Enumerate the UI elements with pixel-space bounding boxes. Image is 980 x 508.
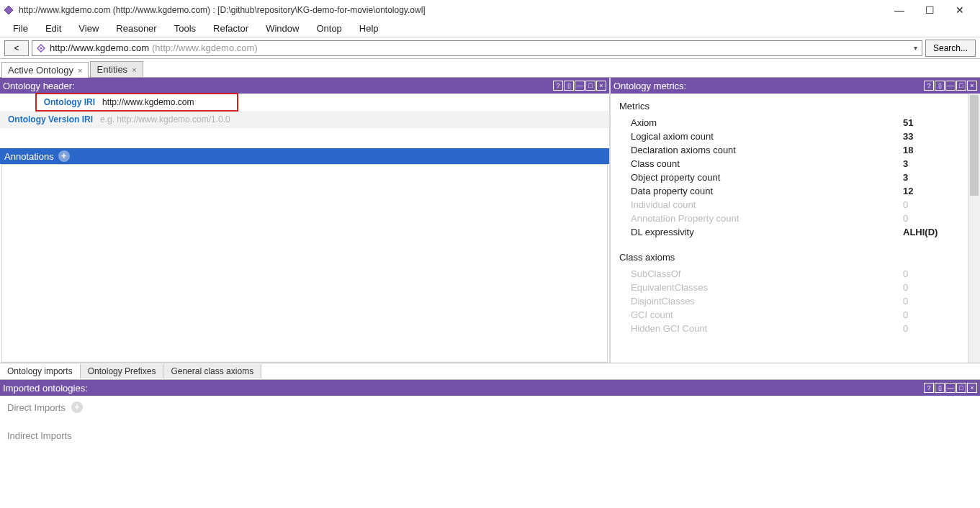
metrics-row: Logical axiom count33 (611, 130, 968, 143)
ontology-metrics-panel-title: Ontology metrics: ? ▯ — □ × (611, 78, 980, 94)
metrics-row: SubClassOf0 (611, 267, 968, 281)
menu-edit[interactable]: Edit (38, 22, 68, 35)
metric-value: 18 (903, 145, 968, 155)
search-button[interactable]: Search... (925, 40, 976, 57)
metric-key: Axiom (631, 117, 903, 128)
panel-min-icon[interactable]: — (945, 383, 956, 393)
iri-main-text: http://www.kgdemo.com (50, 42, 149, 53)
metrics-row: GCI count0 (611, 308, 968, 322)
metric-value: 0 (903, 309, 968, 320)
annotations-area (1, 164, 608, 363)
panel-max-icon[interactable]: □ (956, 383, 966, 393)
panel-min-icon[interactable]: — (945, 81, 956, 91)
metric-value: 0 (903, 296, 968, 307)
panel-close-icon[interactable]: × (967, 81, 977, 91)
menu-view[interactable]: View (71, 22, 106, 35)
close-icon[interactable]: × (78, 66, 82, 75)
metrics-scrollbar[interactable] (968, 94, 980, 363)
tab-active-ontology[interactable]: Active Ontology × (1, 62, 89, 78)
metrics-row: Class count3 (611, 157, 968, 171)
metric-key: Class count (631, 158, 903, 169)
menu-ontop[interactable]: Ontop (309, 22, 349, 35)
indirect-imports-label: Indirect Imports (7, 430, 72, 441)
minimize-button[interactable]: — (891, 4, 908, 16)
direct-imports-label: Direct Imports (7, 402, 66, 413)
metric-value: 0 (903, 213, 968, 224)
metric-key: Declaration axioms count (631, 145, 903, 155)
metrics-list: MetricsAxiom51Logical axiom count33Decla… (611, 94, 968, 363)
window-title: http://www.kgdemo.com (http://www.kgdemo… (19, 5, 891, 15)
menu-file[interactable]: File (6, 22, 35, 35)
back-button[interactable]: < (4, 40, 29, 56)
ontology-version-iri-field[interactable]: e.g. http://www.kgdemo.com/1.0.0 (97, 114, 609, 124)
panel-close-icon[interactable]: × (967, 383, 977, 393)
imported-ontologies-title: Imported ontologies: ? ▯ — □ × (0, 380, 980, 396)
metric-value: 51 (903, 117, 968, 128)
menu-tools[interactable]: Tools (167, 22, 203, 35)
menu-refactor[interactable]: Refactor (206, 22, 256, 35)
add-direct-import-button[interactable]: + (71, 402, 83, 413)
btab-general-class-axioms[interactable]: General class axioms (163, 364, 261, 378)
metric-key: EquivalentClasses (631, 282, 903, 293)
tab-label: Active Ontology (8, 65, 73, 76)
metrics-row: Data property count12 (611, 184, 968, 198)
btab-ontology-prefixes[interactable]: Ontology Prefixes (81, 364, 164, 378)
svg-point-2 (40, 47, 42, 49)
panel-min-icon[interactable]: — (575, 81, 585, 91)
title-bar: http://www.kgdemo.com (http://www.kgdemo… (0, 0, 980, 20)
metric-value: 12 (903, 186, 968, 196)
main-area: Ontology header: ? ▯ — □ × Ontology IRI … (0, 78, 980, 363)
metric-key: Annotation Property count (631, 213, 903, 224)
indirect-imports-group: Indirect Imports (7, 430, 973, 441)
metrics-row: DL expressivityALHI(D) (611, 225, 968, 239)
tab-strip: Active Ontology × Entities × (0, 59, 980, 78)
panel-help-icon[interactable]: ? (553, 81, 563, 91)
header-form: Ontology IRI http://www.kgdemo.com Ontol… (0, 94, 609, 128)
panel-max-icon[interactable]: □ (956, 81, 966, 91)
metric-key: Object property count (631, 172, 903, 183)
ontology-iri-label: Ontology IRI (36, 97, 99, 107)
annotations-label: Annotations (4, 151, 54, 162)
panel-close-icon[interactable]: × (596, 81, 606, 91)
metric-value: ALHI(D) (903, 227, 968, 237)
metrics-row: Declaration axioms count18 (611, 143, 968, 157)
maximize-button[interactable]: ☐ (921, 4, 938, 16)
chevron-down-icon[interactable]: ▾ (909, 44, 922, 52)
add-annotation-button[interactable]: + (58, 150, 70, 162)
close-icon[interactable]: × (132, 65, 136, 74)
menu-reasoner[interactable]: Reasoner (109, 22, 163, 35)
ontology-icon (37, 44, 45, 53)
panel-pin-icon[interactable]: ▯ (564, 81, 574, 91)
panel-pin-icon[interactable]: ▯ (935, 81, 945, 91)
metric-value: 0 (903, 323, 968, 334)
left-column: Ontology header: ? ▯ — □ × Ontology IRI … (0, 78, 611, 363)
right-column: Ontology metrics: ? ▯ — □ × MetricsAxiom… (611, 78, 980, 363)
direct-imports-group: Direct Imports + (7, 402, 973, 413)
metrics-section: Metrics (611, 98, 968, 116)
scroll-thumb[interactable] (970, 95, 979, 196)
btab-ontology-imports[interactable]: Ontology imports (0, 364, 81, 378)
tab-entities[interactable]: Entities × (90, 61, 143, 77)
ontology-iri-field[interactable]: http://www.kgdemo.com (99, 97, 238, 107)
metric-key: GCI count (631, 309, 903, 320)
svg-marker-0 (4, 6, 13, 14)
metric-key: SubClassOf (631, 268, 903, 279)
metrics-row: EquivalentClasses0 (611, 281, 968, 294)
panel-max-icon[interactable]: □ (585, 81, 595, 91)
menu-window[interactable]: Window (259, 22, 306, 35)
annotations-header: Annotations + (0, 148, 609, 164)
metric-key: Individual count (631, 199, 903, 210)
panel-help-icon[interactable]: ? (924, 383, 934, 393)
ontology-version-iri-label: Ontology Version IRI (0, 114, 97, 124)
metrics-row: Hidden GCI Count0 (611, 322, 968, 335)
metric-key: Hidden GCI Count (631, 323, 903, 334)
metric-value: 3 (903, 158, 968, 169)
tab-label: Entities (96, 64, 127, 75)
ontology-iri-combo[interactable]: http://www.kgdemo.com (http://www.kgdemo… (32, 40, 922, 56)
menu-bar: File Edit View Reasoner Tools Refactor W… (0, 20, 980, 37)
panel-help-icon[interactable]: ? (924, 81, 934, 91)
metrics-row: Individual count0 (611, 198, 968, 212)
menu-help[interactable]: Help (352, 22, 386, 35)
close-button[interactable]: ✕ (951, 4, 968, 16)
panel-pin-icon[interactable]: ▯ (935, 383, 945, 393)
